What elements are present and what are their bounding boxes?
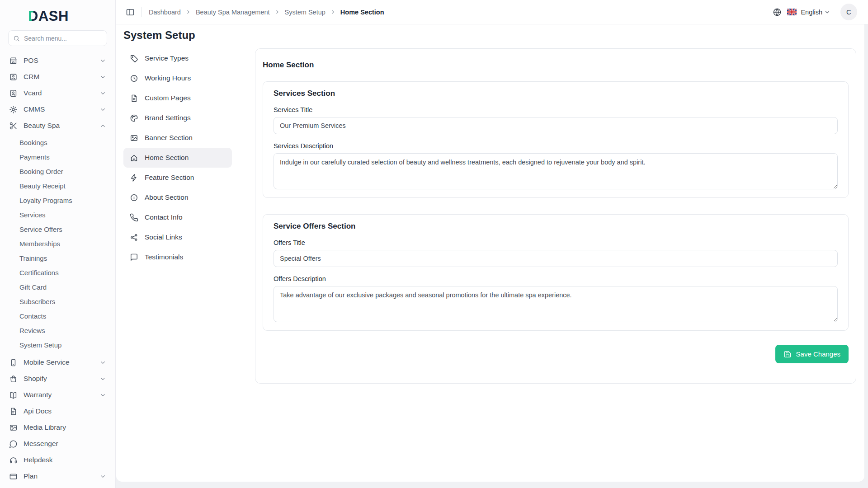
breadcrumb-system-setup[interactable]: System Setup bbox=[285, 9, 326, 16]
sidebar-subitem-service-offers[interactable]: Service Offers bbox=[12, 222, 115, 236]
service-offers-section-title: Service Offers Section bbox=[274, 222, 838, 231]
image-icon bbox=[130, 134, 138, 142]
sidebar-subitem-bookings[interactable]: Bookings bbox=[12, 135, 115, 150]
save-row: Save Changes bbox=[263, 345, 849, 363]
sidebar-item-label: Warranty bbox=[24, 391, 99, 399]
sidebar-subitem-memberships[interactable]: Memberships bbox=[12, 236, 115, 251]
breadcrumb-dashboard[interactable]: Dashboard bbox=[149, 9, 181, 16]
sidebar-item-beauty-spa[interactable]: Beauty Spa bbox=[0, 117, 115, 134]
sidebar-item-api-docs[interactable]: Api Docs bbox=[0, 403, 115, 419]
subnav-item-brand-settings[interactable]: Brand Settings bbox=[123, 108, 232, 128]
subnav-item-working-hours[interactable]: Working Hours bbox=[123, 68, 232, 88]
sidebar-subitem-services[interactable]: Services bbox=[12, 207, 115, 222]
sidebar-subitem-certifications[interactable]: Certifications bbox=[12, 265, 115, 280]
sidebar-search bbox=[8, 30, 107, 46]
subnav-item-contact-info[interactable]: Contact Info bbox=[123, 207, 232, 227]
brand-logo-rest: ASH bbox=[38, 8, 69, 24]
subnav-label: Working Hours bbox=[145, 74, 191, 82]
sidebar-toggle-icon[interactable] bbox=[126, 8, 135, 17]
globe-icon[interactable] bbox=[773, 8, 782, 17]
system-setup-subnav: Service Types Working Hours Custom Pages… bbox=[123, 48, 232, 267]
search-icon bbox=[13, 35, 20, 42]
breadcrumb-home-section: Home Section bbox=[340, 9, 384, 16]
sidebar-item-label: Api Docs bbox=[24, 407, 99, 415]
topbar-right: English C bbox=[773, 4, 857, 20]
card-heading: Home Section bbox=[263, 61, 849, 70]
chevron-up-icon bbox=[99, 122, 106, 129]
sidebar-item-label: CMMS bbox=[24, 105, 99, 113]
zap-icon bbox=[130, 174, 138, 182]
chevron-right-icon bbox=[185, 9, 191, 15]
subnav-label: Contact Info bbox=[145, 213, 183, 221]
services-title-label: Services Title bbox=[274, 106, 838, 113]
services-description-label: Services Description bbox=[274, 142, 838, 150]
info-icon bbox=[130, 193, 138, 202]
chevron-down-icon bbox=[99, 473, 106, 480]
language-selector[interactable]: English bbox=[801, 9, 822, 16]
sidebar-item-cmms[interactable]: CMMS bbox=[0, 101, 115, 117]
sidebar-item-helpdesk[interactable]: Helpdesk bbox=[0, 452, 115, 468]
sidebar: DASH POS CRM Vcard CMMS bbox=[0, 0, 116, 488]
sidebar-subitem-system-setup[interactable]: System Setup bbox=[12, 338, 115, 352]
shopping-bag-icon bbox=[9, 375, 18, 383]
subnav-item-social-links[interactable]: Social Links bbox=[123, 227, 232, 247]
content-wrapper: System Setup Service Types Working Hours… bbox=[116, 24, 865, 482]
home-section-card: Home Section Services Section Services T… bbox=[255, 48, 856, 384]
sidebar-item-label: Helpdesk bbox=[24, 456, 99, 464]
sidebar-item-label: CRM bbox=[24, 73, 99, 81]
subnav-item-feature-section[interactable]: Feature Section bbox=[123, 168, 232, 188]
sidebar-item-label: Plan bbox=[24, 472, 99, 480]
subnav-item-banner-section[interactable]: Banner Section bbox=[123, 128, 232, 148]
book-open-icon bbox=[9, 391, 18, 399]
subnav-item-home-section[interactable]: Home Section bbox=[123, 148, 232, 168]
save-changes-button[interactable]: Save Changes bbox=[775, 345, 849, 363]
sidebar-subitem-contacts[interactable]: Contacts bbox=[12, 309, 115, 323]
sidebar-subitem-trainings[interactable]: Trainings bbox=[12, 251, 115, 265]
sidebar-subitem-booking-order[interactable]: Booking Order bbox=[12, 164, 115, 178]
chevron-down-icon[interactable] bbox=[824, 9, 830, 15]
sidebar-item-plan[interactable]: Plan bbox=[0, 468, 115, 484]
subnav-label: Brand Settings bbox=[145, 114, 191, 122]
sidebar-item-label: Beauty Spa bbox=[24, 122, 99, 130]
main-area: Dashboard Beauty Spa Management System S… bbox=[116, 0, 868, 488]
sidebar-item-pos[interactable]: POS bbox=[0, 52, 115, 69]
chevron-placeholder bbox=[99, 424, 106, 431]
sidebar-item-mobile-service[interactable]: Mobile Service bbox=[0, 354, 115, 371]
services-description-textarea[interactable] bbox=[274, 153, 838, 189]
sidebar-item-warranty[interactable]: Warranty bbox=[0, 387, 115, 403]
sidebar-subitem-payments[interactable]: Payments bbox=[12, 150, 115, 164]
subnav-label: About Section bbox=[145, 193, 189, 202]
sidebar-subitem-gift-card[interactable]: Gift Card bbox=[12, 280, 115, 294]
app-root: DASH POS CRM Vcard CMMS bbox=[0, 0, 868, 488]
subnav-item-about-section[interactable]: About Section bbox=[123, 188, 232, 207]
sidebar-item-crm[interactable]: CRM bbox=[0, 69, 115, 85]
search-input[interactable] bbox=[8, 30, 107, 46]
chevron-placeholder bbox=[99, 441, 106, 447]
services-title-input[interactable] bbox=[274, 117, 838, 134]
sidebar-item-shopify[interactable]: Shopify bbox=[0, 371, 115, 387]
chevron-right-icon bbox=[330, 9, 336, 15]
chevron-down-icon bbox=[99, 106, 106, 113]
sidebar-item-media-library[interactable]: Media Library bbox=[0, 419, 115, 436]
home-icon bbox=[130, 154, 138, 162]
subnav-item-testimonials[interactable]: Testimonials bbox=[123, 247, 232, 267]
save-button-label: Save Changes bbox=[796, 350, 840, 358]
sidebar-subitem-beauty-receipt[interactable]: Beauty Receipt bbox=[12, 178, 115, 193]
sidebar-subitem-loyalty-programs[interactable]: Loyalty Programs bbox=[12, 193, 115, 207]
subnav-item-service-types[interactable]: Service Types bbox=[123, 48, 232, 68]
crm-icon bbox=[9, 73, 18, 81]
message-circle-icon bbox=[9, 440, 18, 448]
offers-title-input[interactable] bbox=[274, 250, 838, 267]
sidebar-subitem-subscribers[interactable]: Subscribers bbox=[12, 294, 115, 309]
avatar[interactable]: C bbox=[840, 4, 857, 20]
sidebar-item-vcard[interactable]: Vcard bbox=[0, 85, 115, 101]
share-icon bbox=[130, 233, 138, 242]
offers-description-textarea[interactable] bbox=[274, 286, 838, 322]
subnav-item-custom-pages[interactable]: Custom Pages bbox=[123, 88, 232, 108]
uk-flag-icon[interactable] bbox=[787, 9, 797, 15]
subnav-label: Home Section bbox=[145, 154, 189, 162]
content-row: Service Types Working Hours Custom Pages… bbox=[123, 48, 856, 384]
sidebar-item-messenger[interactable]: Messenger bbox=[0, 436, 115, 452]
breadcrumb-beauty-spa-management[interactable]: Beauty Spa Management bbox=[196, 9, 270, 16]
sidebar-subitem-reviews[interactable]: Reviews bbox=[12, 323, 115, 338]
